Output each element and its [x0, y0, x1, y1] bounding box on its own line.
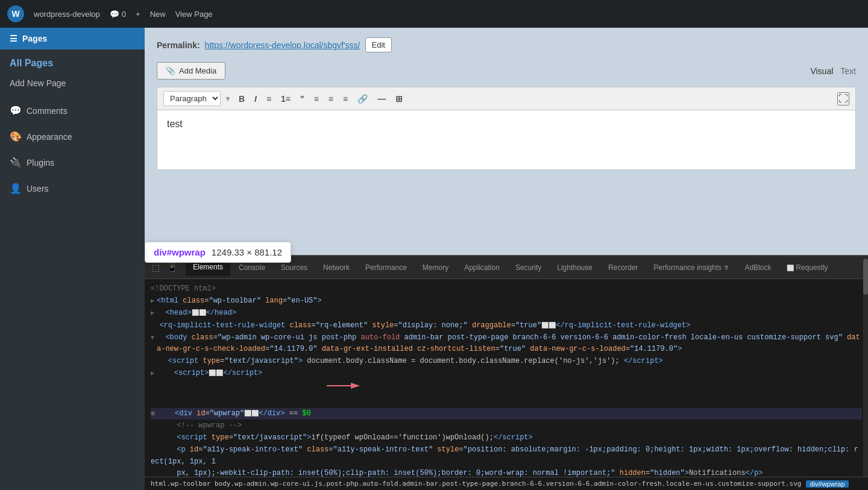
sidebar-comments-label: Comments	[27, 106, 68, 116]
ordered-list-button[interactable]: 1≡	[277, 92, 294, 106]
tab-performance-insights[interactable]: Performance insights ⚗	[646, 260, 736, 275]
code-line-script2: ▶ <script>⬜⬜</script>	[151, 368, 862, 407]
users-icon: 👤	[10, 183, 22, 194]
new-label: New	[150, 10, 166, 19]
dropdown-arrow-icon: ▼	[224, 95, 231, 103]
tooltip-selector: div#wpwrap	[154, 247, 206, 257]
tab-application[interactable]: Application	[457, 260, 507, 275]
devtools-code-content[interactable]: <!DOCTYPE html> ▶ <html class="wp-toolba…	[145, 279, 868, 477]
tab-network[interactable]: Network	[316, 260, 357, 275]
code-line-a11y-speak: <p id="a11y-speak-intro-text" class="a11…	[151, 444, 862, 477]
code-line-wpwrap: ◉ <div id="wpwrap"⬜⬜</div> == $0	[151, 408, 862, 419]
code-line-rq-widget: <rq-implicit-test-rule-widget class="rq-…	[151, 320, 862, 331]
sidebar-plugins-label: Plugins	[27, 158, 54, 168]
expand-icon[interactable]: ▶	[151, 297, 154, 306]
permalink-label: Permalink:	[157, 40, 200, 50]
tooltip-dimensions: 1249.33 × 881.12	[212, 247, 282, 257]
code-line-comment-wpwrap: <!-- wpwrap -->	[151, 420, 862, 432]
editor-toolbar-row: 📎 Add Media Visual Text	[157, 62, 856, 80]
view-page-link[interactable]: View Page	[175, 10, 213, 19]
align-left-button[interactable]: ≡	[310, 92, 322, 106]
new-menu-item[interactable]: New	[150, 10, 166, 19]
sidebar-appearance-label: Appearance	[27, 132, 72, 142]
add-media-label: Add Media	[179, 66, 216, 75]
tab-lighthouse[interactable]: Lighthouse	[550, 260, 600, 275]
comments-icon[interactable]: 💬 0	[110, 10, 126, 19]
content-area: Permalink: https://wordpress-develop.loc…	[145, 28, 868, 490]
italic-button[interactable]: I	[251, 92, 260, 106]
devtools-element-tooltip: div#wpwrap 1249.33 × 881.12	[145, 242, 291, 263]
tab-memory[interactable]: Memory	[415, 260, 456, 275]
expand-icon-3[interactable]: ▶	[151, 369, 154, 378]
sidebar-item-all-pages[interactable]: All Pages	[0, 49, 145, 74]
statusbar-selected-element[interactable]: div#wpwrap	[806, 480, 848, 488]
code-line-script1: <script type="text/javascript"> document…	[151, 356, 862, 367]
pages-icon: ☰	[10, 34, 17, 43]
svg-marker-1	[351, 383, 360, 389]
tab-visual[interactable]: Visual	[810, 66, 833, 76]
statusbar-path: html.wp-toolbar body.wp-admin.wp-core-ui…	[151, 480, 801, 488]
permalink-row: Permalink: https://wordpress-develop.loc…	[157, 37, 856, 52]
link-button[interactable]: 🔗	[354, 92, 371, 106]
fullscreen-button[interactable]: ⛶	[837, 92, 849, 105]
requestly-icon: ⬜	[787, 265, 796, 271]
comments-sidebar-icon: 💬	[10, 105, 22, 116]
plus-icon: +	[136, 10, 140, 19]
add-media-button[interactable]: 📎 Add Media	[157, 62, 225, 80]
tab-text[interactable]: Text	[840, 66, 856, 76]
sidebar-item-plugins[interactable]: 🔌 Plugins	[0, 149, 145, 175]
editor-body[interactable]: test	[157, 110, 856, 170]
admin-bar: W wordpress-develop 💬 0 + New View Page	[0, 0, 868, 28]
sidebar-pages-header[interactable]: ☰ Pages	[0, 28, 145, 49]
devtools-panel: ⬚ 📱 Elements Console Sources Network Per…	[145, 255, 868, 490]
expand-icon-2[interactable]: ▶	[151, 309, 154, 318]
comments-count: 0	[122, 10, 126, 19]
code-line-head: ▶ <head>⬜⬜</head>	[151, 307, 862, 319]
performance-insights-icon: ⚗	[723, 265, 729, 271]
code-line-doctype: <!DOCTYPE html>	[151, 283, 862, 295]
permalink-link[interactable]: https://wordpress-develop.local/sbgvf'ss…	[205, 40, 360, 50]
wp-logo[interactable]: W	[7, 5, 24, 22]
editor-content: test	[167, 119, 183, 129]
main-layout: ☰ Pages All Pages Add New Page 💬 Comment…	[0, 28, 868, 490]
plugins-icon: 🔌	[10, 157, 22, 168]
unordered-list-button[interactable]: ≡	[263, 92, 275, 106]
devtools-device-icon[interactable]: 📱	[165, 262, 180, 274]
devtools-inspect-icon[interactable]: ⬚	[149, 262, 162, 274]
permalink-edit-button[interactable]: Edit	[365, 37, 392, 52]
sidebar-item-users[interactable]: 👤 Users	[0, 175, 145, 201]
blockquote-button[interactable]: "	[297, 92, 308, 106]
code-line-body: ▼ <body class="wp-admin wp-core-ui js po…	[151, 332, 862, 355]
tab-recorder[interactable]: Recorder	[601, 260, 645, 275]
devtools-icons-group: ⬚ 📱	[149, 262, 180, 274]
devtools-statusbar: html.wp-toolbar body.wp-admin.wp-core-ui…	[145, 477, 868, 490]
tab-security[interactable]: Security	[508, 260, 549, 275]
align-center-button[interactable]: ≡	[325, 92, 337, 106]
add-media-icon: 📎	[166, 66, 175, 75]
align-right-button[interactable]: ≡	[339, 92, 351, 106]
arrow-indicator	[274, 368, 362, 407]
devtools-scrollbar[interactable]	[863, 256, 868, 477]
scrollbar-thumb[interactable]	[863, 259, 868, 295]
site-name[interactable]: wordpress-develop	[34, 10, 100, 19]
sidebar: ☰ Pages All Pages Add New Page 💬 Comment…	[0, 28, 145, 490]
paragraph-select[interactable]: Paragraph	[163, 91, 221, 106]
code-line-html: ▶ <html class="wp-toolbar" lang="en-US">	[151, 295, 862, 307]
line-marker: ◉	[151, 408, 155, 419]
collapse-icon[interactable]: ▼	[151, 333, 154, 343]
format-toolbar: Paragraph ▼ B I ≡ 1≡ " ≡ ≡ ≡ 🔗 — ⊞ ⛶	[157, 87, 856, 110]
sidebar-item-appearance[interactable]: 🎨 Appearance	[0, 124, 145, 149]
content-inner: Permalink: https://wordpress-develop.loc…	[145, 28, 868, 180]
horizontal-rule-button[interactable]: —	[374, 92, 389, 106]
sidebar-item-comments[interactable]: 💬 Comments	[0, 98, 145, 124]
appearance-icon: 🎨	[10, 131, 22, 142]
table-button[interactable]: ⊞	[392, 92, 406, 106]
tab-adblock[interactable]: AdBlock	[737, 260, 778, 275]
comment-bubble-icon: 💬	[110, 10, 119, 19]
pages-header-label: Pages	[22, 34, 47, 43]
bold-button[interactable]: B	[235, 92, 248, 106]
visual-text-tabs: Visual Text	[810, 66, 856, 76]
tab-performance[interactable]: Performance	[358, 260, 414, 275]
sidebar-item-add-new-page[interactable]: Add New Page	[0, 74, 145, 98]
tab-requestly[interactable]: ⬜ Requestly	[779, 260, 835, 275]
